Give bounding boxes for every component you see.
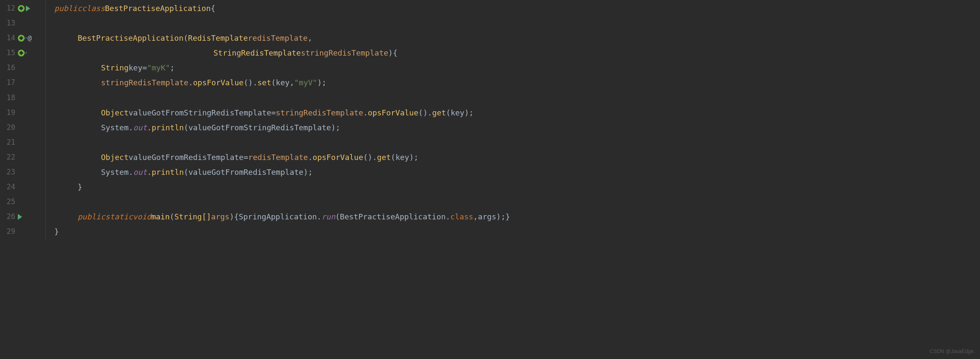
- line-number: 14: [0, 31, 15, 45]
- spring-icon[interactable]: [18, 5, 25, 12]
- run-icon[interactable]: [26, 6, 30, 11]
- code-line: [54, 16, 980, 31]
- gutter-line-12: 12: [0, 1, 42, 16]
- line-number: 21: [0, 135, 15, 149]
- line-number: 19: [0, 106, 15, 120]
- gutter-line-26: 26: [0, 209, 42, 224]
- line-number: 22: [0, 150, 15, 164]
- line-number: 17: [0, 76, 15, 90]
- line-number: 26: [0, 210, 15, 224]
- code-line: [54, 90, 980, 105]
- code-line: Object valueGotFromRedisTemplate = redis…: [54, 150, 980, 165]
- line-number: 25: [0, 195, 15, 209]
- code-margin: [42, 0, 46, 240]
- run-icon[interactable]: [18, 214, 22, 220]
- line-number: 18: [0, 91, 15, 105]
- gutter: 12 13 14 → @ 15 → 16 17: [0, 0, 42, 240]
- code-line: BestPractiseApplication ( RedisTemplate …: [54, 31, 980, 45]
- code-line: StringRedisTemplate stringRedisTemplate …: [54, 45, 980, 60]
- code-line: }: [54, 180, 980, 194]
- gutter-line-15: 15 →: [0, 45, 42, 60]
- code-line: stringRedisTemplate . opsForValue () . s…: [54, 75, 980, 90]
- code-area[interactable]: public class BestPractiseApplication { B…: [46, 0, 980, 240]
- code-line: public static void main ( String[] args …: [54, 209, 980, 224]
- spring-bean-icon[interactable]: →: [18, 35, 25, 42]
- code-line: System . out . println ( valueGotFromStr…: [54, 120, 980, 135]
- code-editor[interactable]: 12 13 14 → @ 15 → 16 17: [0, 0, 980, 240]
- line-number: 15: [0, 46, 15, 60]
- code-line: [54, 135, 980, 150]
- at-icon: @: [28, 31, 32, 45]
- line-number: 16: [0, 61, 15, 75]
- code-line: Object valueGotFromStringRedisTemplate =…: [54, 105, 980, 120]
- line-number: 20: [0, 121, 15, 135]
- code-line: String key = "myK" ;: [54, 60, 980, 75]
- line-number: 13: [0, 16, 15, 30]
- code-line: [54, 194, 980, 209]
- line-number: 29: [0, 224, 15, 238]
- gutter-line-14: 14 → @: [0, 31, 42, 45]
- spring-bean-icon[interactable]: →: [18, 50, 25, 56]
- code-line: System . out . println ( valueGotFromRed…: [54, 165, 980, 180]
- code-line: }: [54, 224, 980, 239]
- code-line: public class BestPractiseApplication {: [54, 1, 980, 16]
- line-number: 12: [0, 1, 15, 15]
- line-number: 24: [0, 180, 15, 194]
- line-number: 23: [0, 165, 15, 179]
